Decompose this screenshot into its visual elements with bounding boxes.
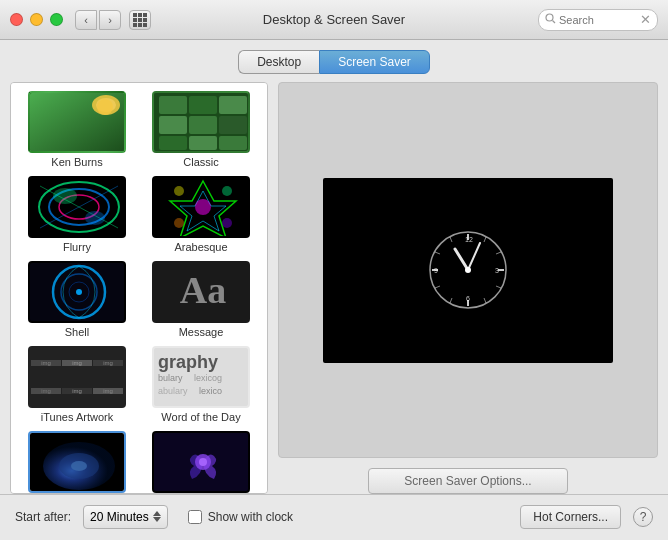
search-clear-icon[interactable]: ✕ (640, 12, 651, 27)
list-item[interactable]: Flurry (15, 172, 139, 257)
svg-rect-15 (219, 136, 247, 150)
search-icon (545, 13, 556, 27)
svg-point-30 (174, 218, 184, 228)
duration-select[interactable]: 20 Minutes (83, 505, 168, 529)
svg-point-5 (96, 98, 116, 112)
main-content: Ken Burns (0, 82, 668, 494)
ss-label: Shell (65, 326, 89, 338)
screensaver-list[interactable]: Ken Burns (10, 82, 268, 494)
svg-point-29 (222, 186, 232, 196)
svg-rect-13 (159, 136, 187, 150)
duration-stepper[interactable] (153, 511, 161, 522)
search-input[interactable] (559, 14, 637, 26)
svg-text:3: 3 (495, 267, 499, 274)
svg-point-36 (76, 289, 82, 295)
svg-line-59 (496, 286, 501, 288)
svg-rect-11 (189, 116, 217, 134)
ss-thumb-classic (152, 91, 250, 153)
ss-label: Flurry (63, 241, 91, 253)
svg-line-58 (496, 252, 501, 254)
ss-thumb-flurry (28, 176, 126, 238)
svg-line-60 (484, 298, 486, 303)
svg-point-48 (71, 461, 87, 471)
bottombar: Start after: 20 Minutes Show with clock … (0, 494, 668, 538)
maximize-button[interactable] (50, 13, 63, 26)
preview-panel: 12 3 6 9 Screen Saver Options... (278, 82, 658, 494)
svg-text:abulary: abulary (158, 386, 188, 396)
svg-rect-8 (189, 96, 217, 114)
ss-thumb-itunes: img img img img img img (28, 346, 126, 408)
svg-text:12: 12 (465, 236, 473, 243)
list-item[interactable]: Aa Message (139, 257, 263, 342)
screensaver-grid: Ken Burns (11, 83, 267, 494)
close-button[interactable] (10, 13, 23, 26)
hot-corners-button[interactable]: Hot Corners... (520, 505, 621, 529)
list-item[interactable]: Classic (139, 87, 263, 172)
minimize-button[interactable] (30, 13, 43, 26)
ss-thumb-ken-burns (28, 91, 126, 153)
ss-label: Message (179, 326, 224, 338)
svg-point-67 (465, 267, 471, 273)
ss-thumb-random (152, 431, 250, 493)
svg-line-62 (435, 286, 440, 288)
tab-desktop[interactable]: Desktop (238, 50, 319, 74)
traffic-lights (10, 13, 63, 26)
ss-label: Word of the Day (161, 411, 240, 423)
ss-thumb-apple-watch (28, 431, 126, 493)
svg-text:graphy: graphy (158, 352, 218, 372)
svg-point-22 (53, 188, 77, 204)
ss-label: iTunes Artwork (41, 411, 113, 423)
svg-point-23 (85, 211, 105, 225)
svg-point-51 (199, 458, 207, 466)
ss-label: Arabesque (174, 241, 227, 253)
svg-rect-7 (159, 96, 187, 114)
help-button[interactable]: ? (633, 507, 653, 527)
svg-point-27 (195, 199, 211, 215)
svg-text:bulary: bulary (158, 373, 183, 383)
svg-text:lexico: lexico (199, 386, 222, 396)
list-item[interactable]: Ken Burns (15, 87, 139, 172)
list-item[interactable]: Random (139, 427, 263, 494)
preview-screen: 12 3 6 9 (323, 178, 613, 363)
start-after-label: Start after: (15, 510, 71, 524)
list-item[interactable]: img img img img img img iTunes Artwork (15, 342, 139, 427)
duration-up-arrow[interactable] (153, 511, 161, 516)
svg-rect-9 (219, 96, 247, 114)
svg-text:9: 9 (434, 267, 438, 274)
svg-line-65 (455, 249, 468, 270)
svg-text:Aa: Aa (180, 269, 226, 311)
tabbar: Desktop Screen Saver (0, 40, 668, 82)
svg-rect-14 (189, 136, 217, 150)
list-item[interactable]: Arabesque (139, 172, 263, 257)
window-title: Desktop & Screen Saver (263, 12, 405, 27)
forward-button[interactable]: › (99, 10, 121, 30)
ss-thumb-shell (28, 261, 126, 323)
back-button[interactable]: ‹ (75, 10, 97, 30)
duration-down-arrow[interactable] (153, 517, 161, 522)
svg-rect-10 (159, 116, 187, 134)
clock-preview: 12 3 6 9 (423, 225, 513, 315)
show-with-clock-label[interactable]: Show with clock (208, 510, 293, 524)
svg-rect-3 (30, 91, 124, 153)
tab-screen-saver[interactable]: Screen Saver (319, 50, 430, 74)
duration-value: 20 Minutes (90, 510, 149, 524)
svg-line-1 (553, 20, 556, 23)
list-item[interactable]: Apple Watch (15, 427, 139, 494)
nav-buttons: ‹ › (75, 10, 121, 30)
svg-point-31 (222, 218, 232, 228)
list-item[interactable]: graphy bulary lexicog abulary lexico Wor… (139, 342, 263, 427)
preview-area: 12 3 6 9 (278, 82, 658, 458)
grid-view-button[interactable] (129, 10, 151, 30)
svg-line-57 (484, 237, 486, 242)
list-item[interactable]: Shell (15, 257, 139, 342)
titlebar: ‹ › Desktop & Screen Saver ✕ (0, 0, 668, 40)
screen-saver-options-button[interactable]: Screen Saver Options... (368, 468, 568, 494)
search-box[interactable]: ✕ (538, 9, 658, 31)
svg-text:lexicog: lexicog (194, 373, 222, 383)
svg-line-66 (468, 243, 480, 270)
svg-text:6: 6 (466, 295, 470, 302)
svg-rect-12 (219, 116, 247, 134)
svg-point-0 (546, 14, 553, 21)
show-with-clock-checkbox[interactable] (188, 510, 202, 524)
ss-label: Ken Burns (51, 156, 102, 168)
